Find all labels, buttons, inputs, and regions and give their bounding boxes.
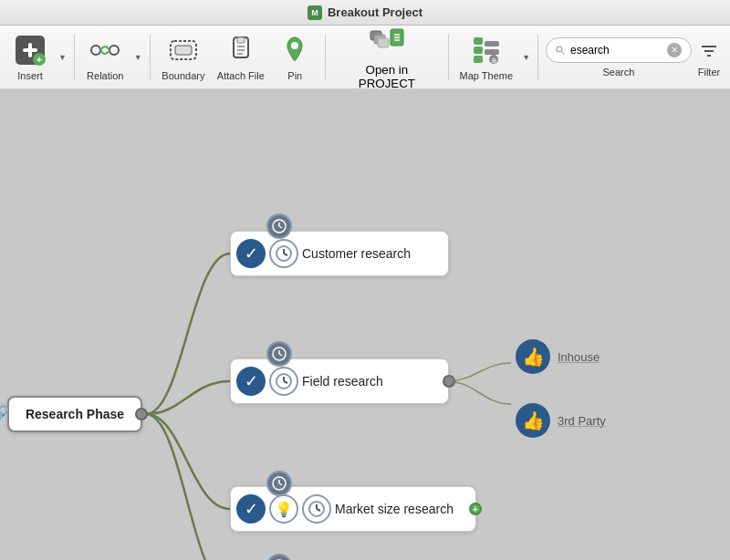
separator-5 bbox=[537, 35, 538, 80]
insert-button[interactable]: + Insert bbox=[7, 31, 53, 84]
svg-line-48 bbox=[279, 483, 282, 485]
relation-dropdown-arrow[interactable]: ▼ bbox=[134, 53, 142, 62]
filter-icon bbox=[699, 41, 719, 61]
svg-line-42 bbox=[279, 354, 282, 356]
field-clock-icon bbox=[269, 367, 298, 396]
customer-clock-svg bbox=[275, 244, 293, 263]
inhouse-label: Inhouse bbox=[558, 350, 600, 364]
toolbar: + Insert ▼ Relation ▼ Boundary bbox=[0, 26, 730, 89]
separator-2 bbox=[150, 35, 151, 80]
field-research-label: Field research bbox=[302, 374, 383, 389]
title-bar: M Breakout Project bbox=[0, 0, 730, 26]
map-theme-dropdown-arrow[interactable]: ▼ bbox=[522, 53, 530, 62]
clock-icon-customer bbox=[271, 218, 287, 234]
svg-line-51 bbox=[317, 509, 320, 511]
field-check-icon: ✓ bbox=[236, 367, 266, 396]
customer-clock-top bbox=[266, 213, 292, 239]
svg-line-30 bbox=[561, 51, 564, 54]
customer-clock-icon bbox=[269, 239, 298, 268]
separator-3 bbox=[325, 35, 326, 80]
svg-line-36 bbox=[279, 226, 282, 228]
field-clock-top bbox=[266, 341, 292, 367]
open-project-label: Open in PROJECT bbox=[342, 63, 432, 90]
inhouse-item[interactable]: 👍 Inhouse bbox=[516, 339, 600, 374]
market-clock-svg bbox=[308, 500, 326, 518]
open-project-icon-area bbox=[369, 24, 405, 59]
insert-label: Insert bbox=[17, 70, 43, 81]
svg-rect-2 bbox=[28, 43, 32, 57]
customer-research-node[interactable]: ✓ Customer research bbox=[230, 231, 449, 276]
clock-icon-market bbox=[271, 475, 287, 492]
search-clear-button[interactable]: ✕ bbox=[667, 43, 682, 57]
svg-rect-10 bbox=[237, 37, 245, 43]
svg-point-29 bbox=[557, 47, 562, 52]
market-research-node[interactable]: ✓ 💡 Market size research bbox=[230, 486, 476, 532]
relation-label: Relation bbox=[87, 70, 123, 81]
pin-icon-area bbox=[278, 34, 311, 67]
search-label: Search bbox=[603, 67, 635, 78]
separator-4 bbox=[448, 35, 449, 80]
customer-check-icon: ✓ bbox=[236, 239, 266, 268]
inhouse-thumbs-icon: 👍 bbox=[516, 339, 550, 374]
field-research-node[interactable]: ✓ Field research bbox=[230, 358, 449, 404]
svg-point-6 bbox=[110, 46, 119, 55]
svg-text:+: + bbox=[36, 54, 42, 65]
attach-file-icon bbox=[224, 34, 257, 67]
open-project-button[interactable]: Open in PROJECT bbox=[333, 31, 441, 84]
svg-rect-23 bbox=[474, 47, 483, 54]
filter-button[interactable] bbox=[695, 37, 723, 65]
svg-rect-26 bbox=[485, 49, 499, 55]
clock-icon-field bbox=[271, 346, 287, 362]
svg-rect-8 bbox=[175, 46, 192, 55]
market-add-connector[interactable]: + bbox=[469, 503, 482, 515]
third-party-label: 3rd Party bbox=[558, 414, 606, 428]
map-theme-button[interactable]: ⊕ Map Theme bbox=[456, 31, 517, 84]
attach-file-button[interactable]: Attach File bbox=[213, 31, 268, 84]
competitive-clock-top bbox=[266, 554, 292, 560]
insert-dropdown-arrow[interactable]: ▼ bbox=[58, 53, 67, 62]
market-check-icon: ✓ bbox=[236, 494, 266, 524]
window-title-area: M Breakout Project bbox=[308, 5, 422, 20]
field-right-connector bbox=[443, 375, 455, 388]
search-area: ✕ Search bbox=[546, 37, 692, 78]
boundary-label: Boundary bbox=[162, 70, 204, 81]
svg-point-5 bbox=[91, 46, 100, 55]
filter-area: Filter bbox=[695, 37, 723, 78]
svg-rect-25 bbox=[485, 41, 499, 47]
separator-1 bbox=[74, 35, 75, 80]
search-input-wrap: ✕ bbox=[546, 37, 692, 63]
market-research-label: Market size research bbox=[335, 502, 454, 516]
map-theme-icon: ⊕ bbox=[470, 34, 503, 67]
root-node[interactable]: 🔗 Research Phase bbox=[7, 396, 142, 432]
third-party-item[interactable]: 👍 3rd Party bbox=[516, 403, 606, 438]
relation-icon-area bbox=[89, 34, 121, 67]
market-clock-top bbox=[266, 471, 292, 496]
attach-file-label: Attach File bbox=[217, 70, 265, 81]
search-input[interactable] bbox=[570, 44, 662, 57]
root-node-label: Research Phase bbox=[26, 407, 124, 421]
svg-rect-17 bbox=[378, 38, 389, 47]
pin-icon bbox=[278, 34, 311, 67]
market-bulb-icon: 💡 bbox=[269, 494, 298, 524]
relation-icon bbox=[89, 34, 121, 67]
root-link-icon: 🔗 bbox=[0, 404, 9, 424]
third-party-thumbs-icon: 👍 bbox=[516, 403, 550, 438]
pin-button[interactable]: Pin bbox=[272, 31, 318, 84]
insert-icon: + bbox=[14, 34, 47, 67]
customer-research-label: Customer research bbox=[302, 246, 411, 261]
filter-label: Filter bbox=[698, 67, 720, 78]
root-connector-dot bbox=[135, 408, 148, 420]
boundary-icon bbox=[167, 34, 200, 67]
attach-file-icon-area bbox=[224, 34, 257, 67]
market-clock-icon bbox=[302, 494, 331, 524]
svg-rect-22 bbox=[474, 37, 483, 45]
svg-line-45 bbox=[284, 381, 287, 383]
svg-point-14 bbox=[291, 42, 298, 49]
window-title: Breakout Project bbox=[328, 5, 422, 19]
boundary-button[interactable]: Boundary bbox=[158, 31, 210, 84]
insert-icon-area: + bbox=[14, 34, 47, 67]
open-project-icon bbox=[369, 24, 405, 57]
field-clock-svg bbox=[275, 372, 293, 390]
relation-button[interactable]: Relation bbox=[82, 31, 129, 84]
svg-rect-24 bbox=[474, 56, 483, 63]
